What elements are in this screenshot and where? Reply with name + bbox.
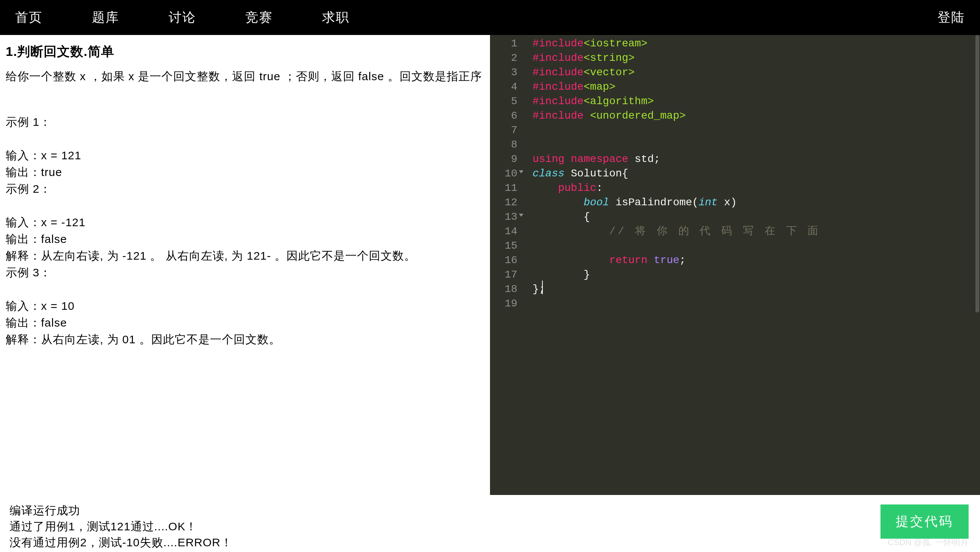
gutter-line: 17	[490, 268, 524, 282]
status-line: 没有通过用例2，测试-10失败....ERROR！	[10, 534, 232, 550]
nav-discuss[interactable]: 讨论	[169, 9, 196, 26]
code-line: #include<algorithm>	[533, 94, 980, 109]
code-line: }	[533, 268, 980, 282]
navbar-left: 首页 题库 讨论 竞赛 求职	[15, 9, 350, 26]
nav-jobs[interactable]: 求职	[322, 9, 350, 26]
gutter-line: 10	[490, 166, 524, 181]
gutter-line: 3	[490, 65, 524, 80]
main-content: 1.判断回文数.简单 给你一个整数 x ，如果 x 是一个回文整数，返回 tru…	[0, 35, 980, 495]
example1-output: 输出：true	[6, 164, 484, 180]
watermark: CSDN @孤. 一怀明月	[888, 537, 969, 548]
example3-explain: 解释：从右向左读, 为 01 。因此它不是一个回文数。	[6, 332, 484, 348]
code-area[interactable]: #include<iostream> #include<string> #inc…	[524, 35, 980, 495]
status-line: 通过了用例1，测试121通过....OK！	[10, 518, 232, 534]
gutter-line: 2	[490, 51, 524, 65]
code-line: {	[533, 210, 980, 224]
code-line	[533, 123, 980, 138]
gutter-line: 13	[490, 210, 524, 224]
code-line: #include<string>	[533, 51, 980, 65]
code-line: #include<iostream>	[533, 37, 980, 51]
navbar: 首页 题库 讨论 竞赛 求职 登陆	[0, 0, 980, 35]
code-line: class Solution{	[533, 166, 980, 181]
gutter-line: 4	[490, 80, 524, 94]
code-line: #include <unordered_map>	[533, 109, 980, 123]
gutter-line: 11	[490, 181, 524, 195]
gutter-line: 1	[490, 37, 524, 51]
fold-icon[interactable]	[519, 170, 523, 173]
gutter-line: 19	[490, 297, 524, 311]
editor-gutter: 1 2 3 4 5 6 7 8 9 10 11 12 13 14 15 16 1…	[490, 35, 524, 495]
example1-input: 输入：x = 121	[6, 147, 484, 163]
code-line: #include<map>	[533, 80, 980, 94]
gutter-line: 9	[490, 152, 524, 166]
gutter-line: 18	[490, 282, 524, 297]
code-line: bool isPalindrome(int x)	[533, 195, 980, 210]
status-line: 编译运行成功	[10, 503, 232, 518]
example3-label: 示例 3：	[6, 265, 484, 281]
gutter-line: 15	[490, 239, 524, 253]
gutter-line: 12	[490, 195, 524, 210]
editor-cursor	[542, 281, 543, 294]
nav-login[interactable]: 登陆	[937, 9, 965, 26]
gutter-line: 6	[490, 109, 524, 123]
example1-label: 示例 1：	[6, 114, 484, 130]
bottom-bar: 编译运行成功 通过了用例1，测试121通过....OK！ 没有通过用例2，测试-…	[0, 495, 980, 552]
code-line	[533, 297, 980, 311]
code-line: // 将 你 的 代 码 写 在 下 面	[533, 224, 980, 239]
problem-panel: 1.判断回文数.简单 给你一个整数 x ，如果 x 是一个回文整数，返回 tru…	[0, 35, 490, 495]
status-output: 编译运行成功 通过了用例1，测试121通过....OK！ 没有通过用例2，测试-…	[10, 503, 232, 550]
problem-title: 1.判断回文数.简单	[6, 43, 484, 61]
gutter-line: 5	[490, 94, 524, 109]
nav-contest[interactable]: 竞赛	[245, 9, 273, 26]
code-line: using namespace std;	[533, 152, 980, 166]
example3-output: 输出：false	[6, 315, 484, 331]
code-line	[533, 138, 980, 152]
nav-home[interactable]: 首页	[15, 9, 43, 26]
code-line	[533, 239, 980, 253]
gutter-line: 8	[490, 138, 524, 152]
example2-output: 输出：false	[6, 231, 484, 247]
example2-label: 示例 2：	[6, 181, 484, 197]
problem-description: 给你一个整数 x ，如果 x 是一个回文整数，返回 true ；否则，返回 fa…	[6, 69, 484, 85]
nav-problems[interactable]: 题库	[92, 9, 119, 26]
code-editor[interactable]: 1 2 3 4 5 6 7 8 9 10 11 12 13 14 15 16 1…	[490, 35, 980, 495]
fold-icon[interactable]	[519, 214, 523, 217]
code-line: return true;	[533, 253, 980, 268]
code-line: };	[533, 282, 980, 297]
gutter-line: 16	[490, 253, 524, 268]
gutter-line: 14	[490, 224, 524, 239]
example3-input: 输入：x = 10	[6, 298, 484, 314]
code-line: public:	[533, 181, 980, 195]
example2-input: 输入：x = -121	[6, 214, 484, 230]
example2-explain: 解释：从左向右读, 为 -121 。 从右向左读, 为 121- 。因此它不是一…	[6, 248, 484, 264]
gutter-line: 7	[490, 123, 524, 138]
submit-button[interactable]: 提交代码	[880, 504, 969, 539]
code-line: #include<vector>	[533, 65, 980, 80]
editor-scrollbar[interactable]	[975, 35, 979, 313]
